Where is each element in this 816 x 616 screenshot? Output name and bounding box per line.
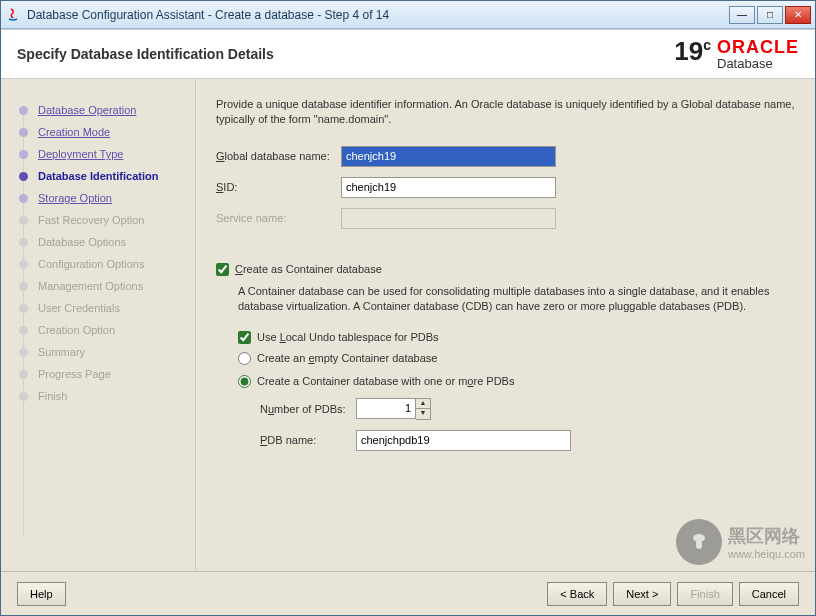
oracle-brand: 19c ORACLE Database	[674, 38, 799, 71]
step-bullet-icon	[19, 348, 28, 357]
service-input	[341, 208, 556, 229]
back-button[interactable]: < Back	[547, 582, 607, 606]
step-bullet-icon	[19, 260, 28, 269]
page-title: Specify Database Identification Details	[17, 46, 674, 62]
step-bullet-icon	[19, 106, 28, 115]
step-label[interactable]: Deployment Type	[38, 148, 123, 160]
local-undo-checkbox[interactable]	[238, 331, 251, 344]
step-bullet-icon	[19, 370, 28, 379]
spinner-down-icon[interactable]: ▼	[416, 409, 430, 419]
watermark-url: www.heiqu.com	[728, 548, 805, 560]
wizard-sidebar: Database OperationCreation ModeDeploymen…	[1, 79, 196, 571]
pdb-name-input[interactable]	[356, 430, 571, 451]
wizard-step-6: Database Options	[15, 231, 187, 253]
maximize-button[interactable]: □	[757, 6, 783, 24]
step-label: Management Options	[38, 280, 143, 292]
finish-button: Finish	[677, 582, 732, 606]
help-button[interactable]: Help	[17, 582, 66, 606]
radio-empty-row: Create an empty Container database	[238, 352, 795, 365]
radio-with-pdbs[interactable]	[238, 375, 251, 388]
titlebar: Database Configuration Assistant - Creat…	[1, 1, 815, 29]
step-bullet-icon	[19, 304, 28, 313]
sid-row: SID:	[216, 177, 795, 198]
wizard-step-8: Management Options	[15, 275, 187, 297]
num-pdbs-label: Number of PDBs:	[260, 403, 356, 415]
step-label: Configuration Options	[38, 258, 144, 270]
step-label[interactable]: Storage Option	[38, 192, 112, 204]
wizard-step-3: Database Identification	[15, 165, 187, 187]
global-db-label: Global database name:	[216, 150, 341, 162]
radio-pdbs-row: Create a Container database with one or …	[238, 375, 795, 388]
create-cdb-checkbox[interactable]	[216, 263, 229, 276]
step-label: Database Options	[38, 236, 126, 248]
global-db-input[interactable]	[341, 146, 556, 167]
wizard-footer: Help < Back Next > Finish Cancel	[1, 571, 815, 615]
num-pdbs-input[interactable]	[356, 398, 416, 419]
watermark-text: 黑区网络	[728, 524, 805, 548]
step-label[interactable]: Creation Mode	[38, 126, 110, 138]
num-pdbs-spinner[interactable]: ▲ ▼	[356, 398, 431, 420]
intro-text: Provide a unique database identifier inf…	[216, 97, 795, 128]
create-cdb-label: Create as Container database	[235, 263, 382, 275]
step-label: User Credentials	[38, 302, 120, 314]
step-label: Summary	[38, 346, 85, 358]
local-undo-label: Use Local Undo tablespace for PDBs	[257, 331, 439, 343]
step-bullet-icon	[19, 128, 28, 137]
wizard-step-7: Configuration Options	[15, 253, 187, 275]
global-db-row: Global database name:	[216, 146, 795, 167]
service-label: Service name:	[216, 212, 341, 224]
window-title: Database Configuration Assistant - Creat…	[27, 8, 729, 22]
pdb-name-row: PDB name:	[260, 430, 795, 451]
step-label: Finish	[38, 390, 67, 402]
minimize-button[interactable]: —	[729, 6, 755, 24]
watermark: 黑区网络 www.heiqu.com	[676, 519, 805, 565]
pdb-name-label: PDB name:	[260, 434, 356, 446]
brand-database: Database	[717, 56, 773, 71]
cancel-button[interactable]: Cancel	[739, 582, 799, 606]
page-header: Specify Database Identification Details …	[1, 29, 815, 79]
sid-input[interactable]	[341, 177, 556, 198]
sid-label: SID:	[216, 181, 341, 193]
create-cdb-row: Create as Container database	[216, 263, 795, 276]
step-bullet-icon	[19, 194, 28, 203]
brand-version: 19c	[674, 38, 711, 64]
cdb-description: A Container database can be used for con…	[238, 284, 795, 315]
svg-rect-1	[696, 540, 702, 549]
step-label: Database Identification	[38, 170, 158, 182]
radio-pdbs-label: Create a Container database with one or …	[257, 375, 514, 387]
java-icon	[5, 7, 21, 23]
wizard-step-12: Progress Page	[15, 363, 187, 385]
radio-empty-cdb[interactable]	[238, 352, 251, 365]
step-bullet-icon	[19, 282, 28, 291]
app-window: Database Configuration Assistant - Creat…	[0, 0, 816, 616]
step-bullet-icon	[19, 216, 28, 225]
next-button[interactable]: Next >	[613, 582, 671, 606]
wizard-step-4[interactable]: Storage Option	[15, 187, 187, 209]
step-label: Fast Recovery Option	[38, 214, 144, 226]
step-bullet-icon	[19, 172, 28, 181]
service-row: Service name:	[216, 208, 795, 229]
step-bullet-icon	[19, 392, 28, 401]
wizard-step-10: Creation Option	[15, 319, 187, 341]
radio-empty-label: Create an empty Container database	[257, 352, 437, 364]
watermark-logo-icon	[676, 519, 722, 565]
content-panel: Provide a unique database identifier inf…	[196, 79, 815, 571]
wizard-step-5: Fast Recovery Option	[15, 209, 187, 231]
wizard-step-0[interactable]: Database Operation	[15, 99, 187, 121]
wizard-step-1[interactable]: Creation Mode	[15, 121, 187, 143]
brand-oracle: ORACLE	[717, 38, 799, 56]
num-pdbs-row: Number of PDBs: ▲ ▼	[260, 398, 795, 420]
local-undo-row: Use Local Undo tablespace for PDBs	[238, 331, 795, 344]
wizard-step-13: Finish	[15, 385, 187, 407]
window-controls: — □ ✕	[729, 6, 811, 24]
wizard-step-9: User Credentials	[15, 297, 187, 319]
step-label[interactable]: Database Operation	[38, 104, 136, 116]
spinner-up-icon[interactable]: ▲	[416, 399, 430, 409]
step-bullet-icon	[19, 238, 28, 247]
step-label: Creation Option	[38, 324, 115, 336]
close-button[interactable]: ✕	[785, 6, 811, 24]
body: Database OperationCreation ModeDeploymen…	[1, 79, 815, 571]
step-label: Progress Page	[38, 368, 111, 380]
wizard-step-2[interactable]: Deployment Type	[15, 143, 187, 165]
step-bullet-icon	[19, 326, 28, 335]
